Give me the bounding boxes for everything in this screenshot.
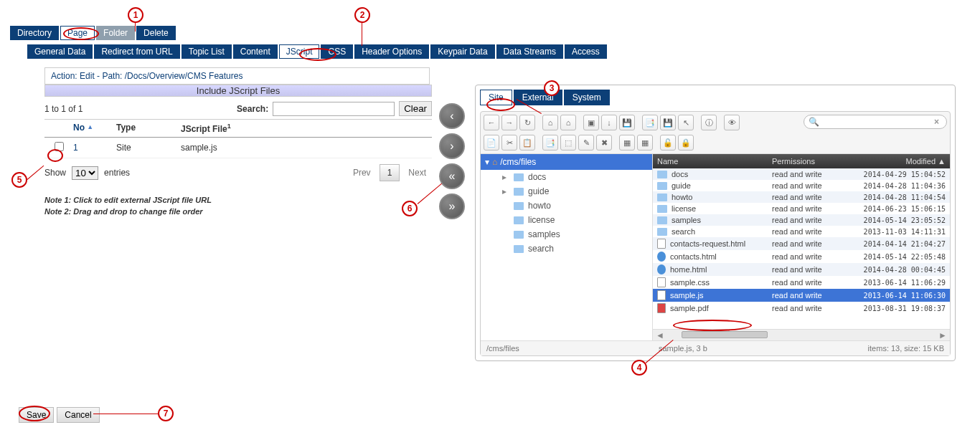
selection-icon[interactable]: ⬚ <box>560 135 576 150</box>
list-item[interactable]: licenseread and write2014-06-23 15:06:15 <box>653 203 950 214</box>
list-item[interactable]: guideread and write2014-04-28 11:04:36 <box>653 180 950 191</box>
move-left-icon[interactable]: ‹ <box>439 103 465 129</box>
tree-item[interactable]: ▸guide <box>481 184 652 199</box>
result-count: 1 to 1 of 1 <box>44 104 83 114</box>
grid-header: No ▲ Type JScript File1 <box>44 120 432 138</box>
folder-icon <box>657 171 667 178</box>
col-no[interactable]: No ▲ <box>73 123 116 134</box>
cancel-button[interactable]: Cancel <box>57 407 99 423</box>
col-mod[interactable]: Modified ▲ <box>858 157 946 166</box>
table-row[interactable]: 1 Site sample.js <box>44 138 432 158</box>
delete-icon[interactable]: ✖ <box>596 135 612 150</box>
back-icon[interactable]: ← <box>484 115 499 130</box>
unlock-icon[interactable]: 🔓 <box>660 135 676 150</box>
fm-search-input[interactable] <box>819 118 934 126</box>
next-button[interactable]: Next <box>402 165 432 181</box>
col-file[interactable]: JScript File1 <box>181 123 432 134</box>
file-name: samples <box>672 216 701 224</box>
col-type[interactable]: Type <box>116 123 181 134</box>
up-icon[interactable]: ⌂ <box>560 115 576 130</box>
select-icon[interactable]: ↖ <box>678 115 694 130</box>
file-perm: read and write <box>772 170 858 178</box>
tree-root[interactable]: ▾ ⌂ /cms/files <box>481 154 652 170</box>
duplicate-icon[interactable]: 📑 <box>542 135 558 150</box>
list-item[interactable]: docsread and write2014-04-29 15:04:52 <box>653 168 950 180</box>
forward-icon[interactable]: → <box>501 115 517 130</box>
download-icon[interactable]: ↓ <box>601 115 617 130</box>
file-mod: 2013-06-14 11:06:29 <box>858 279 946 287</box>
folder-icon <box>657 194 667 201</box>
subtab-redirect[interactable]: Redirect from URL <box>94 44 179 59</box>
tab-directory[interactable]: Directory <box>10 26 59 40</box>
callout-3: 3 <box>544 80 560 96</box>
lock-icon[interactable]: 🔒 <box>678 135 694 150</box>
tree-item[interactable]: search <box>481 242 652 256</box>
tab-delete[interactable]: Delete <box>136 26 176 40</box>
info-icon[interactable]: ⓘ <box>701 115 717 130</box>
callout-4: 4 <box>631 360 647 376</box>
rptab-system[interactable]: System <box>564 90 610 105</box>
paste-icon[interactable]: 📋 <box>519 135 535 150</box>
subtab-keypair[interactable]: Keypair Data <box>430 44 494 59</box>
new-folder-icon[interactable]: ▣ <box>583 115 599 130</box>
expand-icon[interactable]: ▸ <box>502 172 509 182</box>
list-item[interactable]: searchread and write2013-11-03 14:11:31 <box>653 226 950 237</box>
col-name[interactable]: Name <box>657 157 772 166</box>
search-input[interactable] <box>273 102 395 116</box>
subtab-access[interactable]: Access <box>565 44 607 59</box>
expand-icon[interactable]: ▾ <box>485 157 489 167</box>
tree-item[interactable]: ▸docs <box>481 170 652 184</box>
scrollbar-thumb[interactable] <box>682 331 768 338</box>
list-item[interactable]: contacts-request.htmlread and write2014-… <box>653 237 950 250</box>
expand-icon[interactable]: ▸ <box>502 186 509 196</box>
view2-icon[interactable]: ▦ <box>637 135 653 150</box>
subtab-header[interactable]: Header Options <box>354 44 429 59</box>
home-icon[interactable]: ⌂ <box>542 115 558 130</box>
page-size-select[interactable]: 10 <box>72 166 98 180</box>
subtab-general[interactable]: General Data <box>27 44 93 59</box>
copy-icon[interactable]: 📄 <box>484 135 499 150</box>
edit-icon[interactable]: ✎ <box>578 135 594 150</box>
callout-6: 6 <box>402 201 418 216</box>
tree-item[interactable]: samples <box>481 227 652 242</box>
tab-folder[interactable]: Folder <box>96 26 135 40</box>
fm-rows[interactable]: docsread and write2014-04-29 15:04:52gui… <box>653 168 950 329</box>
action-prefix: Action: <box>51 71 80 81</box>
list-item[interactable]: sample.cssread and write2013-06-14 11:06… <box>653 276 950 289</box>
file-name: sample.pdf <box>670 304 709 312</box>
tree-item[interactable]: license <box>481 213 652 227</box>
list-item[interactable]: howtoread and write2014-04-28 11:04:54 <box>653 191 950 203</box>
subtab-topic[interactable]: Topic List <box>182 44 232 59</box>
reload-icon[interactable]: ↻ <box>519 115 535 130</box>
clear-button[interactable]: Clear <box>399 101 432 116</box>
list-item[interactable]: samplesread and write2014-05-14 23:05:52 <box>653 214 950 226</box>
move-all-left-icon[interactable]: « <box>439 163 465 189</box>
action-name[interactable]: Edit <box>80 71 95 81</box>
subtab-streams[interactable]: Data Streams <box>496 44 563 59</box>
page-current[interactable]: 1 <box>380 164 400 181</box>
file-name: license <box>672 204 696 213</box>
file-mod: 2013-08-31 19:08:37 <box>858 305 946 312</box>
clear-search-icon[interactable]: × <box>934 117 939 127</box>
move-all-right-icon[interactable]: » <box>439 194 465 219</box>
file-icon <box>657 277 666 287</box>
copy-window-icon[interactable]: 📑 <box>642 115 658 130</box>
file-name: contacts-request.html <box>670 239 745 248</box>
list-item[interactable]: home.htmlread and write2014-04-28 00:04:… <box>653 263 950 276</box>
file-mod: 2014-04-28 11:04:54 <box>858 194 946 201</box>
saveas-icon[interactable]: 💾 <box>660 115 676 130</box>
file-mod: 2014-04-29 15:04:52 <box>858 171 946 178</box>
col-perm[interactable]: Permissions <box>772 157 858 166</box>
subtab-content[interactable]: Content <box>233 44 278 59</box>
list-item[interactable]: sample.pdfread and write2013-08-31 19:08… <box>653 302 950 315</box>
cut-icon[interactable]: ✂ <box>501 135 517 150</box>
prev-button[interactable]: Prev <box>347 165 377 181</box>
folder-icon <box>514 202 524 210</box>
view1-icon[interactable]: ▦ <box>619 135 635 150</box>
preview-icon[interactable]: 👁 <box>724 115 740 130</box>
tree-item[interactable]: howto <box>481 199 652 213</box>
list-item[interactable]: sample.jsread and write2013-06-14 11:06:… <box>653 289 950 302</box>
list-item[interactable]: contacts.htmlread and write2014-05-14 22… <box>653 250 950 263</box>
save-icon[interactable]: 💾 <box>619 115 635 130</box>
move-right-icon[interactable]: › <box>439 133 465 159</box>
